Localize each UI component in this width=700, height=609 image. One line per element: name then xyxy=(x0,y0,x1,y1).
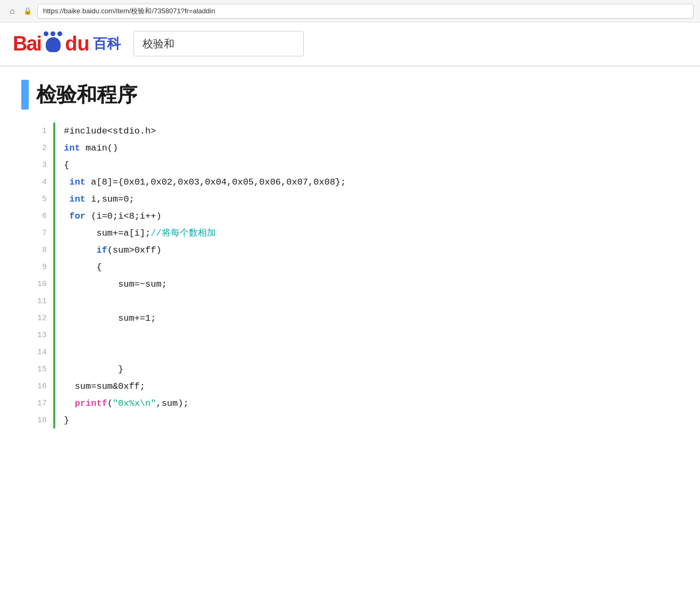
line-num-6: 6 xyxy=(32,207,47,224)
line6-for: for xyxy=(69,212,86,221)
line4-rest: a[8]={0x01,0x02,0x03,0x04,0x05,0x06,0x07… xyxy=(86,178,346,187)
code-block: 1 2 3 4 5 6 7 8 9 10 11 12 13 14 15 16 1… xyxy=(32,122,679,429)
line6-space xyxy=(64,212,69,221)
line9-text: { xyxy=(64,263,102,272)
line-numbers: 1 2 3 4 5 6 7 8 9 10 11 12 13 14 15 16 1… xyxy=(32,122,53,429)
line8-rest: (sum>0xff) xyxy=(107,246,162,255)
nav-icons: ⌂ xyxy=(6,5,18,17)
line-num-16: 16 xyxy=(32,378,47,395)
code-line-18: } xyxy=(64,412,679,429)
home-icon[interactable]: ⌂ xyxy=(6,5,18,17)
code-line-14 xyxy=(64,344,679,361)
code-line-16: sum=sum&0xff; xyxy=(64,378,679,395)
code-line-2: int main() xyxy=(64,139,679,156)
search-box[interactable]: 校验和 xyxy=(134,31,304,56)
line7-code: sum+=a[i]; xyxy=(64,229,151,238)
search-value: 校验和 xyxy=(143,37,174,51)
line7-comment: //将每个数相加 xyxy=(151,229,215,238)
line4-space xyxy=(64,178,69,187)
line-num-4: 4 xyxy=(32,173,47,190)
section-title: 检验和程序 xyxy=(36,81,137,109)
code-line-6: for (i=0;i<8;i++) xyxy=(64,207,679,224)
line17-printf: printf xyxy=(74,399,107,408)
line5-rest: i,sum=0; xyxy=(86,195,135,204)
line-num-7: 7 xyxy=(32,224,47,241)
line-num-1: 1 xyxy=(32,122,47,139)
code-line-13 xyxy=(64,327,679,344)
line15-text: } xyxy=(64,365,123,374)
code-line-1: #include<stdio.h> xyxy=(64,122,679,139)
line16-text: sum=sum&0xff; xyxy=(64,382,145,391)
line13-empty xyxy=(64,331,69,340)
code-lines: #include<stdio.h> int main() { int a[8]=… xyxy=(64,122,679,429)
line2-rest: main() xyxy=(80,144,118,153)
baidu-logo[interactable]: Bai du 百科 xyxy=(13,32,121,55)
baidu-header: Bai du 百科 校验和 xyxy=(0,22,700,66)
url-bar[interactable]: https://baike.baidu.com/item/校验和/7358071… xyxy=(37,4,694,19)
line8-if: if xyxy=(96,246,107,255)
baidu-paw-icon xyxy=(44,31,62,52)
baidu-text-du: du xyxy=(65,32,89,55)
line-num-9: 9 xyxy=(32,258,47,276)
code-line-8: if(sum>0xff) xyxy=(64,241,679,258)
line-num-18: 18 xyxy=(32,412,47,429)
code-line-10: sum=~sum; xyxy=(64,276,679,293)
page-content: Bai du 百科 校验和 检验和程序 xyxy=(0,22,700,441)
baidu-text-baike: 百科 xyxy=(93,35,121,53)
line-num-8: 8 xyxy=(32,241,47,258)
line17-space xyxy=(64,399,74,408)
browser-bar: ⌂ 🔒 https://baike.baidu.com/item/校验和/735… xyxy=(0,0,700,22)
code-line-12: sum+=1; xyxy=(64,310,679,327)
baidu-text-bai: Bai xyxy=(13,32,41,55)
line-num-3: 3 xyxy=(32,156,47,173)
line17-rest: ,sum); xyxy=(156,399,188,408)
code-line-9: { xyxy=(64,258,679,276)
line4-int: int xyxy=(69,178,86,187)
line-num-5: 5 xyxy=(32,190,47,207)
line1-text: #include<stdio.h> xyxy=(64,127,156,136)
line5-space xyxy=(64,195,69,204)
code-line-11 xyxy=(64,293,679,310)
line17-lparen: ( xyxy=(107,399,113,408)
line6-rest: (i=0;i<8;i++) xyxy=(86,212,162,221)
line18-text: } xyxy=(64,416,69,425)
article-section: 检验和程序 1 2 3 4 5 6 7 8 9 10 11 12 13 14 1… xyxy=(0,67,700,441)
heading-bar-accent xyxy=(21,80,29,110)
line-num-15: 15 xyxy=(32,361,47,378)
code-line-17: printf("0x%x\n",sum); xyxy=(64,395,679,412)
line14-empty xyxy=(64,348,69,357)
line2-int: int xyxy=(64,144,80,153)
line17-string: "0x%x\n" xyxy=(113,399,156,408)
code-line-5: int i,sum=0; xyxy=(64,190,679,207)
code-line-3: { xyxy=(64,156,679,173)
section-heading: 检验和程序 xyxy=(21,80,679,110)
code-line-4: int a[8]={0x01,0x02,0x03,0x04,0x05,0x06,… xyxy=(64,173,679,190)
line11-empty xyxy=(64,297,69,306)
code-line-15: } xyxy=(64,361,679,378)
line8-space xyxy=(64,246,96,255)
line-num-11: 11 xyxy=(32,293,47,310)
code-gutter xyxy=(53,122,55,429)
line-num-17: 17 xyxy=(32,395,47,412)
line-num-2: 2 xyxy=(32,139,47,156)
line-num-13: 13 xyxy=(32,327,47,344)
line3-text: { xyxy=(64,161,69,170)
line-num-10: 10 xyxy=(32,276,47,293)
line10-text: sum=~sum; xyxy=(64,280,167,289)
code-line-7: sum+=a[i];//将每个数相加 xyxy=(64,224,679,241)
line-num-14: 14 xyxy=(32,344,47,361)
line-num-12: 12 xyxy=(32,310,47,327)
line12-text: sum+=1; xyxy=(64,314,156,323)
lock-icon: 🔒 xyxy=(23,7,32,15)
url-text: https://baike.baidu.com/item/校验和/7358071… xyxy=(43,6,215,16)
line5-int: int xyxy=(69,195,86,204)
